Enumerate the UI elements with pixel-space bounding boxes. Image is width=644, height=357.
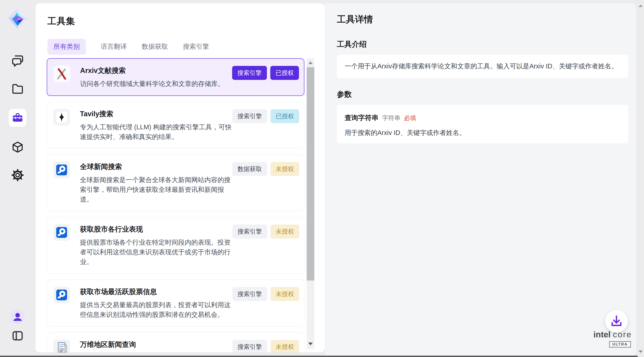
download-button[interactable] xyxy=(605,310,628,333)
scroll-up-button[interactable] xyxy=(307,58,314,67)
nav-chat-button[interactable] xyxy=(11,54,24,67)
arrow-down-icon xyxy=(638,351,643,353)
panel-toggle-icon xyxy=(11,330,24,342)
cube-icon xyxy=(11,141,24,153)
sidebar xyxy=(0,0,36,357)
news-search-icon xyxy=(53,287,70,303)
category-badge: 数据获取 xyxy=(232,162,267,176)
page-scroll-up-button[interactable] xyxy=(638,4,643,7)
tool-name: Arxiv文献搜索 xyxy=(80,66,224,75)
param-required-flag: 必填 xyxy=(404,114,416,122)
tool-name: 全球新闻搜索 xyxy=(80,162,234,171)
chat-icon xyxy=(11,54,24,67)
app-logo-icon xyxy=(6,7,29,30)
auth-status-badge: 未授权 xyxy=(270,340,299,353)
tool-description: 访问各个研究领域大量科学论文和文章的存储库。 xyxy=(80,79,224,89)
tab-language-translation[interactable]: 语言翻译 xyxy=(101,39,127,55)
auth-status-badge: 未授权 xyxy=(270,162,299,176)
tab-data-acquisition[interactable]: 数据获取 xyxy=(142,39,168,55)
nav-tools-button-active[interactable] xyxy=(8,109,27,127)
arxiv-logo-icon xyxy=(54,65,70,82)
tool-detail-panel: 工具详情 工具介绍 一个用于从Arxiv存储库搜索科学论文和文章的工具。输入可以… xyxy=(325,3,636,355)
toolset-panel: 工具集 所有类别 语言翻译 数据获取 搜索引擎 Arxiv文献搜索 访问各个研究… xyxy=(36,3,325,353)
tool-list-scrollbar xyxy=(307,58,314,349)
tool-name: 获取股市各行业表现 xyxy=(80,225,234,234)
tavily-star-icon xyxy=(53,109,70,125)
tool-card-arxiv[interactable]: Arxiv文献搜索 访问各个研究领域大量科学论文和文章的存储库。 搜索引擎 已授… xyxy=(47,58,304,96)
auth-status-badge: 已授权 xyxy=(270,66,299,80)
news-search-icon xyxy=(53,162,70,178)
tool-card-global-news[interactable]: 全球新闻搜索 全球新闻搜索是一个聚合全球各大新闻网站内容的搜索引擎，帮助用户快速… xyxy=(47,155,304,211)
intel-wordmark: intel xyxy=(594,330,610,340)
intro-text: 一个用于从Arxiv存储库搜索科学论文和文章的工具。输入可以是Arxiv ID、… xyxy=(344,62,618,71)
param-card: 查询字符串 字符串 必填 用于搜索的Arxiv ID、关键字或作者姓名。 xyxy=(337,105,628,143)
tool-description: 专为人工智能代理 (LLM) 构建的搜索引擎工具，可快速提供实时、准确和真实的结… xyxy=(80,122,234,142)
category-badge: 搜索引擎 xyxy=(232,66,267,80)
user-avatar[interactable] xyxy=(10,310,25,324)
scrollbar-thumb[interactable] xyxy=(307,67,314,281)
param-type: 字符串 xyxy=(382,114,400,122)
person-icon xyxy=(10,310,25,324)
arrow-up-icon xyxy=(308,61,313,64)
tab-search-engine[interactable]: 搜索引擎 xyxy=(183,39,209,55)
auth-status-badge: 已授权 xyxy=(270,109,299,123)
scroll-down-button[interactable] xyxy=(307,340,314,349)
tool-card-active-stocks[interactable]: 获取市场最活跃股票信息 提供当天交易量最高的股票列表，投资者可以利用这些信息来识… xyxy=(47,280,304,327)
tool-name: 获取市场最活跃股票信息 xyxy=(80,287,234,297)
nav-models-button[interactable] xyxy=(11,141,24,153)
params-heading: 参数 xyxy=(337,89,352,99)
arrow-up-icon xyxy=(638,4,643,7)
tool-list: Arxiv文献搜索 访问各个研究领域大量科学论文和文章的存储库。 搜索引擎 已授… xyxy=(47,58,304,353)
news-search-icon xyxy=(53,224,70,241)
category-badge: 搜索引擎 xyxy=(232,340,267,353)
detail-title: 工具详情 xyxy=(337,13,373,25)
ultra-badge: ULTRA xyxy=(609,341,631,348)
svg-text:NEW: NEW xyxy=(60,346,64,348)
category-badge: 搜索引擎 xyxy=(232,287,267,301)
nav-files-button[interactable] xyxy=(11,82,24,95)
category-badge: 搜索引擎 xyxy=(232,225,267,239)
gear-icon xyxy=(11,169,24,181)
nav-settings-button[interactable] xyxy=(11,169,24,181)
download-icon xyxy=(605,310,628,333)
tool-card-sector-performance[interactable]: 获取股市各行业表现 提供股票市场各个行业在特定时间段内的表现。投资者可以利用这些… xyxy=(47,217,304,274)
sidebar-collapse-button[interactable] xyxy=(11,330,24,342)
intro-heading: 工具介绍 xyxy=(337,39,367,49)
page-scroll-down-button[interactable] xyxy=(638,351,643,353)
intel-core-ultra-logo: intel core ULTRA xyxy=(594,330,631,348)
tool-description: 全球新闻搜索是一个聚合全球各大新闻网站内容的搜索引擎，帮助用户快速获取全球最新资… xyxy=(80,175,234,204)
auth-status-badge: 未授权 xyxy=(270,225,299,239)
arrow-down-icon xyxy=(308,343,313,345)
page-title: 工具集 xyxy=(48,15,75,27)
tool-card-tavily[interactable]: Tavily搜索 专为人工智能代理 (LLM) 构建的搜索引擎工具，可快速提供实… xyxy=(47,102,304,149)
tool-description: 提供当天交易量最高的股票列表，投资者可以利用这些信息来识别流动性强的股票和潜在的… xyxy=(80,300,234,320)
tool-name: 万维地区新闻查询 xyxy=(80,340,224,349)
svg-text:LOCAL: LOCAL xyxy=(60,344,66,346)
core-wordmark: core xyxy=(613,330,632,340)
param-name: 查询字符串 xyxy=(344,113,378,122)
tool-name: Tavily搜索 xyxy=(80,109,234,119)
page-scrollbar xyxy=(637,0,644,357)
toolbox-icon xyxy=(12,112,24,124)
tab-all-categories[interactable]: 所有类别 xyxy=(48,39,86,55)
local-news-icon: LOCAL NEW xyxy=(53,340,70,353)
tool-card-local-news[interactable]: LOCAL NEW 万维地区新闻查询 查询具体行政区划内的新闻，快速了解各地新闻… xyxy=(47,333,304,353)
window-bottom-edge xyxy=(0,356,638,357)
auth-status-badge: 未授权 xyxy=(270,287,299,301)
app-window: 工具集 所有类别 语言翻译 数据获取 搜索引擎 Arxiv文献搜索 访问各个研究… xyxy=(0,0,644,357)
intro-card: 一个用于从Arxiv存储库搜索科学论文和文章的工具。输入可以是Arxiv ID、… xyxy=(337,55,628,78)
category-badge: 搜索引擎 xyxy=(232,109,267,123)
category-tabs: 所有类别 语言翻译 数据获取 搜索引擎 xyxy=(48,39,209,55)
tool-description: 提供股票市场各个行业在特定时间段内的表现。投资者可以利用这些信息来识别表现优于或… xyxy=(80,238,234,267)
param-description: 用于搜索的Arxiv ID、关键字或作者姓名。 xyxy=(344,128,620,137)
folder-icon xyxy=(11,82,24,95)
